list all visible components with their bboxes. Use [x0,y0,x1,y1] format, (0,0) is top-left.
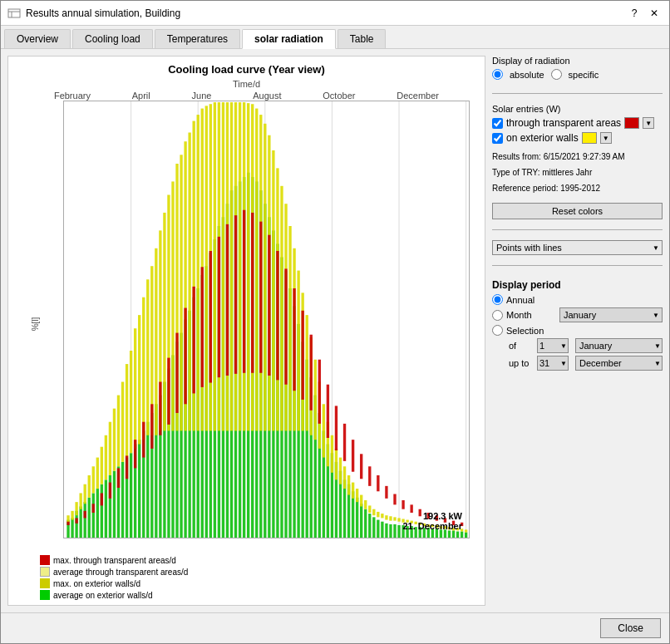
svg-rect-204 [92,504,95,513]
tab-table[interactable]: Table [337,29,387,48]
svg-rect-106 [71,511,73,520]
svg-rect-116 [113,409,116,471]
svg-rect-184 [397,518,400,521]
of-day-select[interactable]: 1234567891011121314151617181920212223242… [537,338,569,353]
window-title: Results annual simulation, Building [26,7,626,19]
svg-rect-82 [372,517,375,538]
svg-rect-178 [372,509,375,516]
close-button[interactable]: ✕ [646,5,663,22]
svg-rect-213 [167,358,170,425]
selection-radio[interactable] [492,325,503,336]
month-labels: February April June August October Decem… [8,91,485,101]
svg-rect-112 [96,458,99,489]
svg-rect-206 [109,483,111,499]
svg-rect-109 [84,484,86,504]
absolute-label: absolute [510,70,544,80]
svg-rect-14 [88,498,91,538]
svg-rect-126 [155,248,157,435]
svg-rect-108 [79,493,81,509]
svg-rect-17 [101,484,103,538]
transparent-color-dropdown[interactable]: ▼ [643,117,654,129]
tab-cooling-load[interactable]: Cooling load [72,29,153,48]
tab-overview[interactable]: Overview [4,29,71,48]
svg-rect-212 [159,382,161,435]
upto-day-select[interactable]: 1234567891011121314151617181920212223242… [537,356,569,371]
svg-rect-160 [297,271,299,431]
exterior-color-box[interactable] [582,132,597,144]
month-feb: February [54,91,91,101]
month-dropdown-wrapper: JanuaryFebruaryMarchAprilMayJuneJulyAugu… [559,307,663,322]
svg-rect-152 [264,124,266,431]
svg-rect-20 [113,471,116,538]
month-jun: June [192,91,212,101]
transparent-checkbox[interactable] [492,118,503,129]
svg-rect-142 [222,102,224,430]
svg-rect-118 [121,382,124,462]
app-icon [7,7,21,20]
svg-rect-103 [461,532,463,538]
svg-rect-150 [255,109,258,431]
svg-rect-120 [130,351,132,453]
annual-radio[interactable] [492,294,503,305]
of-month-wrapper: JanuaryFebruaryMarchAprilMayJuneJulyAugu… [575,338,663,353]
month-dec: December [397,91,439,101]
svg-rect-110 [88,475,91,498]
svg-rect-181 [385,515,387,519]
svg-rect-209 [134,440,136,468]
month-radio[interactable] [492,310,503,321]
svg-rect-132 [180,155,182,430]
reset-colors-button[interactable]: Reset colors [492,203,663,219]
chart-area: Cooling load curve (Year view) Time/d Fe… [7,56,485,606]
svg-rect-78 [356,498,358,538]
tab-solar-radiation[interactable]: solar radiation [242,29,336,49]
of-month-select[interactable]: JanuaryFebruaryMarchAprilMayJuneJulyAugu… [575,338,663,353]
svg-rect-208 [126,455,128,479]
svg-rect-173 [352,483,354,499]
transparent-label: through transparent areas [506,117,621,129]
chart-title: Cooling load curve (Year view) [8,57,485,79]
svg-rect-130 [171,181,174,430]
svg-rect-102 [456,532,459,538]
svg-rect-154 [272,150,274,431]
svg-rect-22 [121,462,124,538]
month-oct: October [323,91,355,101]
svg-rect-180 [381,514,383,518]
tab-temperatures[interactable]: Temperatures [155,29,240,48]
svg-rect-231 [318,360,321,424]
svg-rect-229 [301,311,303,400]
month-select[interactable]: JanuaryFebruaryMarchAprilMayJuneJulyAugu… [559,307,663,322]
specific-radio[interactable] [551,69,562,80]
svg-rect-80 [364,509,367,538]
upto-month-wrapper: JanuaryFebruaryMarchAprilMayJuneJulyAugu… [575,356,663,371]
svg-rect-83 [377,520,379,538]
main-content: Cooling load curve (Year view) Time/d Fe… [1,49,669,612]
close-button[interactable]: Close [600,618,661,638]
exterior-row: on exterior walls ▼ [492,132,663,144]
selection-row: Selection [492,325,663,336]
svg-rect-140 [214,102,216,430]
exterior-checkbox[interactable] [492,133,503,144]
legend-color-3 [40,590,50,600]
help-button[interactable]: ? [626,5,643,22]
svg-rect-16 [96,489,99,538]
absolute-radio[interactable] [492,69,503,80]
transparent-color-box[interactable] [624,117,639,129]
svg-rect-222 [243,210,245,373]
upto-month-select[interactable]: JanuaryFebruaryMarchAprilMayJuneJulyAugu… [575,356,663,371]
month-apr: April [132,91,150,101]
upto-label: up to [509,358,534,368]
svg-rect-210 [142,422,145,458]
svg-rect-203 [84,511,86,519]
svg-rect-148 [247,103,249,430]
radiation-section: Display of radiation absolute specific [492,56,663,83]
svg-rect-176 [364,500,367,509]
svg-rect-146 [239,102,241,430]
svg-rect-207 [117,468,120,488]
exterior-color-dropdown[interactable]: ▼ [600,132,612,144]
chart-body[interactable]: 192.3 kW 21. December [63,101,470,538]
svg-rect-175 [360,495,362,507]
svg-rect-105 [67,515,69,523]
of-row: of 1234567891011121314151617181920212223… [492,338,663,353]
svg-rect-119 [126,364,128,457]
chart-type-select[interactable]: Points with lines [492,240,663,255]
